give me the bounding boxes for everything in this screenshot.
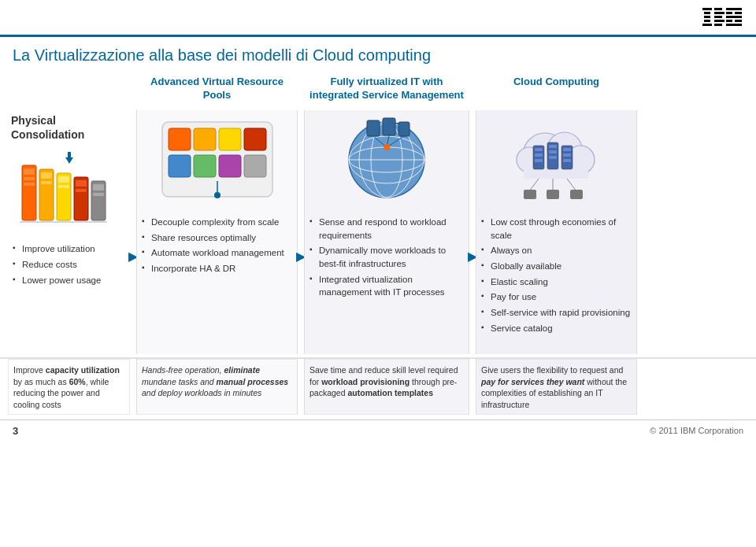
svg-marker-33 xyxy=(65,157,73,164)
svg-rect-11 xyxy=(726,12,732,14)
copyright: © 2011 IBM Corporation xyxy=(650,426,743,435)
cc-image xyxy=(476,110,636,213)
column-titles-row: Advanced Virtual Resource Pools Fully vi… xyxy=(0,69,756,110)
svg-rect-70 xyxy=(549,145,557,148)
svg-rect-12 xyxy=(735,12,742,14)
svg-point-59 xyxy=(384,144,390,150)
top-bar xyxy=(0,0,756,37)
svg-rect-15 xyxy=(735,20,742,22)
svg-rect-7 xyxy=(714,16,722,18)
phys-image xyxy=(8,146,130,239)
svg-rect-37 xyxy=(169,128,191,150)
svg-rect-68 xyxy=(535,159,543,162)
phys-bullet-2: Reduce costs xyxy=(13,258,125,272)
svg-rect-44 xyxy=(244,155,266,177)
svg-rect-18 xyxy=(24,168,35,175)
cc-col-title: Cloud Computing xyxy=(476,69,637,110)
svg-rect-25 xyxy=(58,176,69,183)
svg-rect-34 xyxy=(68,152,71,158)
cc-bullets: Low cost through economies of scale Alwa… xyxy=(476,213,636,340)
bottom-section: Improve capacity utilization by as much … xyxy=(0,357,756,415)
phys-subtitle: Physical Consolidation xyxy=(8,110,130,146)
phys-col-title xyxy=(8,69,130,110)
svg-rect-3 xyxy=(704,20,710,22)
fvit-bottom-desc: Save time and reduce skill level require… xyxy=(304,359,469,415)
cc-bullet-6: Self-service with rapid provisioning xyxy=(481,306,632,320)
svg-rect-5 xyxy=(714,8,722,10)
svg-rect-54 xyxy=(383,118,395,135)
fvit-bullets: Sense and respond to workload requiremen… xyxy=(305,213,469,305)
svg-rect-0 xyxy=(702,8,712,10)
avr-bullet-4: Incorporate HA & DR xyxy=(142,262,292,275)
cc-bullet-3: Globally available xyxy=(481,260,632,273)
cc-bullet-5: Pay for use xyxy=(481,290,632,304)
svg-rect-55 xyxy=(398,122,410,136)
avr-bottom-desc: Hands-free operation, eliminate mundane … xyxy=(136,359,298,415)
svg-rect-28 xyxy=(76,180,87,187)
svg-rect-67 xyxy=(535,153,543,157)
avr-col-title: Advanced Virtual Resource Pools xyxy=(136,69,298,110)
svg-rect-42 xyxy=(194,155,216,177)
svg-rect-76 xyxy=(563,159,571,162)
svg-rect-75 xyxy=(563,153,571,157)
svg-rect-53 xyxy=(367,120,380,136)
svg-rect-74 xyxy=(563,148,571,151)
phys-bullets: Improve utilization Reduce costs Lower p… xyxy=(8,239,130,292)
mid-section: Physical Consolidation xyxy=(0,110,756,354)
svg-rect-22 xyxy=(41,172,52,179)
phys-bottom-desc: Improve capacity utilization by as much … xyxy=(8,359,130,415)
avr-bullet-3: Automate workload management xyxy=(142,246,292,260)
fvit-col-title: Fully virtualized IT with integrated Ser… xyxy=(304,69,469,110)
arrow-3: ▶ xyxy=(469,110,476,354)
fvit-bullet-1: Sense and respond to workload requiremen… xyxy=(309,216,464,242)
avr-bullet-2: Share resources optimally xyxy=(142,231,292,245)
svg-rect-66 xyxy=(535,148,543,151)
cc-bottom-desc: Give users the flexibility to request an… xyxy=(476,359,637,415)
phys-col: Physical Consolidation xyxy=(8,110,130,354)
cc-col: Low cost through economies of scale Alwa… xyxy=(476,110,637,354)
svg-point-46 xyxy=(214,192,220,198)
svg-rect-38 xyxy=(194,128,216,150)
svg-rect-13 xyxy=(726,16,742,18)
svg-rect-32 xyxy=(93,193,104,196)
cc-bullet-2: Always on xyxy=(481,244,632,257)
svg-rect-41 xyxy=(169,155,191,177)
svg-rect-26 xyxy=(58,185,69,188)
phys-bullet-1: Improve utilization xyxy=(13,242,125,256)
svg-line-77 xyxy=(529,179,539,191)
page-title: La Virtualizzazione alla base dei modell… xyxy=(0,37,756,69)
svg-rect-2 xyxy=(704,16,710,18)
svg-rect-23 xyxy=(41,181,52,184)
svg-rect-16 xyxy=(726,24,742,26)
avr-bullet-1: Decouple complexity from scale xyxy=(142,216,292,229)
phys-bullet-3: Lower power usage xyxy=(13,274,125,287)
svg-rect-19 xyxy=(24,177,35,180)
arrow-1: ▶ xyxy=(130,110,136,354)
cc-bullet-4: Elastic scaling xyxy=(481,275,632,289)
svg-rect-81 xyxy=(547,190,559,199)
svg-line-79 xyxy=(567,179,576,191)
svg-rect-9 xyxy=(714,24,722,26)
arrow-2: ▶ xyxy=(298,110,304,354)
avr-image xyxy=(137,110,297,213)
cc-col-extra xyxy=(643,69,756,110)
svg-rect-43 xyxy=(219,155,241,177)
avr-col: Decouple complexity from scale Share res… xyxy=(136,110,298,354)
svg-rect-6 xyxy=(714,12,724,14)
fvit-col: Sense and respond to workload requiremen… xyxy=(304,110,469,354)
cc-bullet-1: Low cost through economies of scale xyxy=(481,216,632,242)
svg-rect-14 xyxy=(726,20,732,22)
svg-rect-10 xyxy=(726,8,742,10)
svg-rect-31 xyxy=(93,184,104,190)
fvit-image xyxy=(305,110,469,213)
svg-rect-72 xyxy=(549,156,557,159)
fvit-bullet-3: Integrated virtualization management wit… xyxy=(309,273,464,299)
fvit-bullet-2: Dynamically move workloads to best-fit i… xyxy=(309,244,464,270)
svg-rect-40 xyxy=(244,128,266,150)
svg-rect-80 xyxy=(524,190,536,199)
page-number: 3 xyxy=(13,425,18,437)
svg-rect-8 xyxy=(714,20,724,22)
svg-rect-71 xyxy=(549,150,557,153)
svg-rect-1 xyxy=(704,12,710,14)
svg-rect-20 xyxy=(24,183,35,186)
